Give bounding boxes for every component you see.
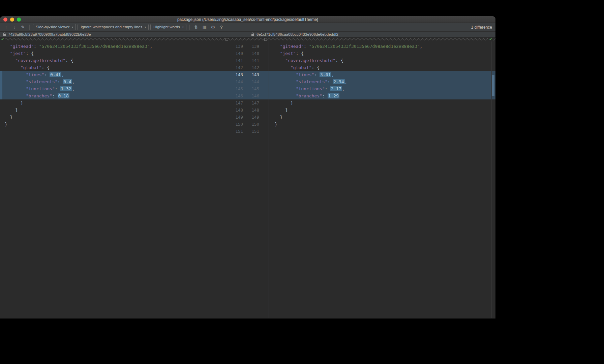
diff-line-right[interactable]: "branches": 1.29 (269, 92, 495, 99)
pane-separator (227, 37, 227, 318)
code-token: "branches" (296, 93, 322, 98)
line-number-right: 144 (248, 78, 269, 85)
code-token: , (331, 72, 334, 77)
viewer-mode-dropdown[interactable]: Side-by-side viewer ▾ (33, 24, 76, 30)
code-token: "coverageThreshold" (15, 58, 65, 63)
line-number-left: 142 (227, 64, 248, 71)
code-token (5, 44, 10, 49)
line-number-right: 149 (248, 114, 269, 121)
diff-row: "lines": 0.41,143143 "lines": 3.01, (0, 71, 495, 78)
code-token: , (420, 44, 423, 49)
code-token: "gitHead" (10, 44, 34, 49)
minimize-button[interactable] (10, 18, 14, 22)
code-token: } (5, 122, 7, 127)
code-token: : (44, 72, 50, 77)
line-number-left: 143 (227, 71, 248, 78)
diff-line-left[interactable]: } (0, 121, 227, 128)
revision-header-bar: 7426a98c5f23a97080900fa7babbf89022b6e28e… (0, 32, 495, 37)
whitespace-policy-label: Ignore whitespaces and empty lines (81, 25, 142, 29)
help-icon[interactable]: ? (218, 24, 225, 30)
right-revision-hash: 6e1cf71cf5486caa08bcc0433e906de6ebdeddf2 (256, 32, 338, 36)
code-token: : (58, 79, 63, 84)
code-token (275, 44, 280, 49)
code-token: "branches" (26, 93, 52, 98)
code-token: 0.41 (50, 72, 61, 77)
diff-line-left[interactable]: "branches": 0.18 (0, 92, 227, 99)
difference-count: 1 difference (471, 25, 493, 30)
line-number-right: 142 (248, 64, 269, 71)
line-number-left: 140 (227, 50, 248, 57)
settings-gear-icon[interactable]: ⚙ (210, 24, 216, 30)
viewer-mode-label: Side-by-side viewer (36, 25, 69, 29)
edit-icon[interactable]: ✎ (20, 24, 26, 30)
highlight-mode-dropdown[interactable]: Highlight words ▾ (150, 24, 186, 30)
diff-line-left[interactable]: } (0, 99, 227, 107)
diff-line-left[interactable]: "coverageThreshold": { (0, 57, 227, 64)
diff-row: }150150} (0, 121, 495, 128)
error-stripe-change-marker[interactable] (492, 75, 494, 96)
diff-line-left[interactable]: "jest": { (0, 50, 227, 57)
diff-line-right[interactable]: } (269, 107, 495, 114)
fold-marker-icon[interactable] (264, 38, 267, 41)
chevron-down-icon: ▾ (72, 26, 73, 29)
sync-scroll-icon[interactable]: ⇅ (193, 24, 200, 30)
code-token: : (314, 72, 320, 77)
line-number-left: 147 (227, 99, 248, 107)
titlebar: package.json (/Users/Jing/c/casaba_sea/c… (0, 16, 495, 23)
diff-line-right[interactable]: } (269, 99, 495, 107)
fold-marker-icon[interactable] (225, 38, 228, 41)
zoom-button[interactable] (17, 18, 21, 22)
code-token: } (275, 108, 288, 113)
code-token: "functions" (296, 86, 325, 91)
code-token: "global" (291, 65, 312, 70)
diff-row: "branches": 0.18146146 "branches": 1.29 (0, 92, 495, 99)
line-number-left: 144 (227, 78, 248, 85)
diff-line-right[interactable]: "lines": 3.01, (269, 71, 495, 78)
diff-row: "global": {142142 "global": { (0, 64, 495, 71)
code-token: : (325, 86, 330, 91)
code-token: : (328, 79, 333, 84)
diff-line-left[interactable]: } (0, 107, 227, 114)
code-token: "57062412054333f30135e67d98ae8d1e2e888ea… (309, 44, 420, 49)
diff-rows: "gitHead": "57062412054333f30135e67d98ae… (0, 43, 495, 135)
code-token: "global" (21, 65, 42, 70)
diff-toolbar: ↑ ↓ ✎ Side-by-side viewer ▾ Ignore white… (0, 23, 495, 32)
diff-line-right[interactable] (269, 128, 495, 135)
collapse-unchanged-icon[interactable]: ▥ (201, 24, 208, 30)
toolbar-separator (29, 25, 30, 30)
folded-block-zigzag[interactable] (0, 38, 495, 41)
diff-line-left[interactable]: "lines": 0.41, (0, 71, 227, 78)
diff-line-right[interactable]: "functions": 2.17, (269, 85, 495, 92)
diff-line-left[interactable]: "statements": 0.4, (0, 78, 227, 85)
diff-row: "statements": 0.4,144144 "statements": 2… (0, 78, 495, 85)
code-token (275, 72, 296, 77)
toolbar-separator (189, 25, 190, 30)
next-difference-icon[interactable]: ↓ (11, 24, 18, 30)
close-button[interactable] (3, 18, 7, 22)
code-token: 3.01 (320, 72, 331, 77)
diff-line-right[interactable]: "gitHead": "57062412054333f30135e67d98ae… (269, 43, 495, 50)
diff-line-right[interactable]: "jest": { (269, 50, 495, 57)
code-token: , (72, 86, 75, 91)
line-number-left: 149 (227, 114, 248, 121)
diff-line-left[interactable]: "gitHead": "57062412054333f30135e67d98ae… (0, 43, 227, 50)
diff-line-right[interactable]: } (269, 114, 495, 121)
code-token: "57062412054333f30135e67d98ae8d1e2e888ea… (39, 44, 150, 49)
whitespace-policy-dropdown[interactable]: Ignore whitespaces and empty lines ▾ (78, 24, 149, 30)
diff-line-left[interactable]: "functions": 1.32, (0, 85, 227, 92)
diff-line-left[interactable]: "global": { (0, 64, 227, 71)
code-token (5, 93, 26, 98)
line-number-left: 151 (227, 128, 248, 135)
previous-difference-icon[interactable]: ↑ (3, 24, 9, 30)
highlight-mode-label: Highlight words (153, 25, 180, 29)
code-token: 0.18 (58, 93, 69, 98)
code-token (5, 72, 26, 77)
diff-line-left[interactable]: } (0, 114, 227, 121)
code-token: 1.29 (328, 93, 339, 98)
diff-line-right[interactable]: "global": { (269, 64, 495, 71)
code-token: 1.32 (60, 86, 72, 91)
diff-line-right[interactable]: } (269, 121, 495, 128)
diff-line-right[interactable]: "coverageThreshold": { (269, 57, 495, 64)
diff-line-left[interactable] (0, 128, 227, 135)
diff-line-right[interactable]: "statements": 2.94, (269, 78, 495, 85)
